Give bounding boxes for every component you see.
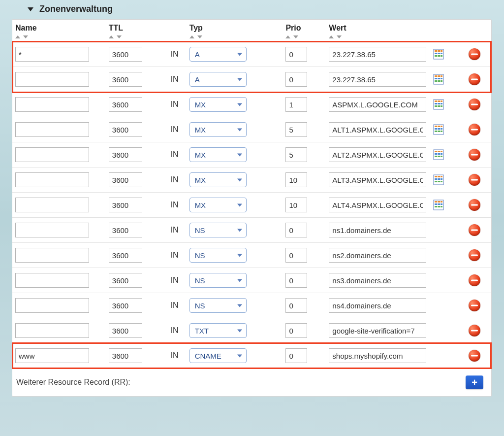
prio-input[interactable]	[285, 298, 307, 313]
svg-rect-38	[438, 131, 440, 132]
grid-icon[interactable]	[433, 149, 444, 160]
name-input[interactable]	[15, 172, 89, 187]
wert-input[interactable]	[329, 72, 426, 87]
prio-input[interactable]	[285, 348, 307, 363]
prio-input[interactable]	[285, 72, 307, 87]
sort-typ-desc-icon[interactable]	[197, 35, 202, 38]
name-input[interactable]	[15, 323, 89, 338]
type-select-value: NS	[195, 302, 205, 310]
delete-icon[interactable]	[469, 300, 480, 311]
wert-input[interactable]	[329, 348, 426, 363]
wert-input[interactable]	[329, 97, 426, 112]
ttl-input[interactable]	[109, 97, 142, 112]
delete-icon[interactable]	[469, 325, 480, 336]
type-select[interactable]: A	[189, 72, 247, 87]
name-input[interactable]	[15, 122, 89, 137]
name-input[interactable]	[15, 198, 89, 212]
name-input[interactable]	[15, 147, 89, 162]
name-input[interactable]	[15, 273, 89, 288]
wert-input[interactable]	[329, 223, 426, 237]
delete-icon[interactable]	[469, 174, 480, 186]
ttl-input[interactable]	[109, 47, 142, 62]
ttl-input[interactable]	[109, 248, 142, 263]
name-input[interactable]	[15, 72, 89, 87]
ttl-input[interactable]	[109, 348, 142, 363]
delete-icon[interactable]	[469, 350, 480, 362]
ttl-input[interactable]	[109, 298, 142, 313]
type-select[interactable]: NS	[189, 248, 247, 263]
wert-input[interactable]	[329, 273, 426, 288]
grid-icon[interactable]	[433, 74, 444, 85]
sort-prio-asc-icon[interactable]	[285, 35, 290, 38]
prio-input[interactable]	[285, 172, 307, 187]
grid-icon[interactable]	[433, 99, 444, 110]
sort-wert-asc-icon[interactable]	[329, 35, 334, 38]
wert-input[interactable]	[329, 172, 426, 187]
name-input[interactable]	[15, 47, 89, 62]
wert-input[interactable]	[329, 323, 426, 338]
add-record-button[interactable]: +	[466, 375, 483, 389]
ttl-input[interactable]	[109, 147, 142, 162]
ttl-input[interactable]	[109, 273, 142, 288]
wert-input[interactable]	[329, 298, 426, 313]
table-row: INMX	[12, 142, 491, 168]
sort-prio-desc-icon[interactable]	[293, 35, 298, 38]
prio-input[interactable]	[285, 122, 307, 137]
type-select[interactable]: A	[189, 47, 247, 62]
ttl-input[interactable]	[109, 72, 142, 87]
type-select[interactable]: MX	[189, 198, 247, 212]
type-select[interactable]: MX	[189, 122, 247, 137]
prio-input[interactable]	[285, 273, 307, 288]
prio-input[interactable]	[285, 147, 307, 162]
name-input[interactable]	[15, 348, 89, 363]
name-input[interactable]	[15, 248, 89, 263]
prio-input[interactable]	[285, 223, 307, 237]
delete-icon[interactable]	[469, 249, 480, 261]
section-header[interactable]: Zonenverwaltung	[0, 0, 504, 18]
ttl-input[interactable]	[109, 198, 142, 212]
delete-icon[interactable]	[469, 48, 480, 60]
prio-input[interactable]	[285, 198, 307, 212]
grid-icon[interactable]	[433, 174, 444, 185]
delete-icon[interactable]	[469, 199, 480, 211]
name-input[interactable]	[15, 97, 89, 112]
sort-ttl-desc-icon[interactable]	[117, 35, 122, 38]
delete-icon[interactable]	[469, 73, 480, 85]
wert-input[interactable]	[329, 122, 426, 137]
type-select[interactable]: TXT	[189, 323, 247, 338]
delete-icon[interactable]	[469, 149, 480, 161]
ttl-input[interactable]	[109, 122, 142, 137]
prio-input[interactable]	[285, 248, 307, 263]
wert-input[interactable]	[329, 47, 426, 62]
wert-input[interactable]	[329, 198, 426, 212]
type-select[interactable]: NS	[189, 273, 247, 288]
type-select[interactable]: MX	[189, 147, 247, 162]
prio-input[interactable]	[285, 323, 307, 338]
prio-input[interactable]	[285, 97, 307, 112]
ttl-input[interactable]	[109, 323, 142, 338]
grid-icon[interactable]	[433, 49, 444, 60]
type-select[interactable]: MX	[189, 172, 247, 187]
ttl-input[interactable]	[109, 223, 142, 237]
delete-icon[interactable]	[469, 99, 480, 110]
sort-typ-asc-icon[interactable]	[189, 35, 194, 38]
wert-input[interactable]	[329, 147, 426, 162]
grid-icon[interactable]	[433, 200, 444, 210]
sort-wert-desc-icon[interactable]	[337, 35, 342, 38]
type-select[interactable]: NS	[189, 298, 247, 313]
wert-input[interactable]	[329, 248, 426, 263]
grid-icon[interactable]	[433, 124, 444, 135]
name-input[interactable]	[15, 223, 89, 237]
delete-icon[interactable]	[469, 274, 480, 286]
type-select[interactable]: CNAME	[189, 348, 247, 363]
sort-ttl-asc-icon[interactable]	[109, 35, 114, 38]
delete-icon[interactable]	[469, 124, 480, 135]
sort-name-desc-icon[interactable]	[23, 35, 28, 38]
ttl-input[interactable]	[109, 172, 142, 187]
name-input[interactable]	[15, 298, 89, 313]
sort-name-asc-icon[interactable]	[15, 35, 20, 38]
delete-icon[interactable]	[469, 224, 480, 236]
prio-input[interactable]	[285, 47, 307, 62]
type-select[interactable]: MX	[189, 97, 247, 112]
type-select[interactable]: NS	[189, 223, 247, 237]
